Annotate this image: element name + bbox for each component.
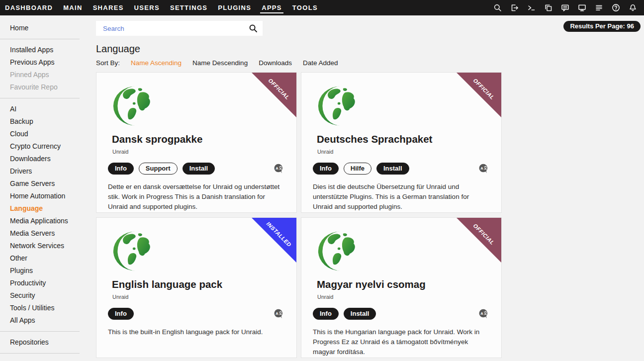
info-button[interactable]: Info bbox=[108, 308, 134, 320]
globe-app-icon[interactable] bbox=[317, 85, 364, 127]
app-actions: Info A bbox=[108, 308, 284, 320]
sidebar-item-security[interactable]: Security bbox=[0, 289, 92, 302]
open-windows-icon[interactable] bbox=[544, 3, 552, 12]
sidebar-item-installed-apps[interactable]: Installed Apps bbox=[0, 44, 92, 56]
sidebar-item-favourite-repo: Favourite Repo bbox=[0, 81, 92, 93]
notifications-bell-icon[interactable] bbox=[629, 3, 637, 12]
nav-users[interactable]: USERS bbox=[134, 1, 160, 15]
sort-bar: Sort By: Name Ascending Name Descending … bbox=[96, 59, 644, 67]
main-panel: Results Per Page: 96 Language Sort By: N… bbox=[92, 15, 644, 361]
page-title: Language bbox=[96, 43, 644, 55]
official-ribbon: OFFICIAL bbox=[252, 73, 296, 117]
sidebar-item-plugins[interactable]: Plugins bbox=[0, 265, 92, 277]
info-button[interactable]: Info bbox=[313, 163, 339, 175]
install-button[interactable]: Install bbox=[183, 163, 215, 175]
sidebar-item-repositories[interactable]: Repositories bbox=[0, 336, 92, 349]
sidebar-item-language[interactable]: Language bbox=[0, 202, 92, 215]
app-card-deutsch: OFFICIAL Deutsches Sprachpaket Unraid bbox=[301, 72, 502, 213]
svg-text:A: A bbox=[480, 311, 483, 315]
sidebar-item-game-servers[interactable]: Game Servers bbox=[0, 178, 92, 190]
app-title[interactable]: English language pack bbox=[112, 278, 284, 290]
app-repo[interactable]: Unraid bbox=[317, 294, 489, 300]
app-repo[interactable]: Unraid bbox=[112, 149, 284, 155]
sidebar-item-downloaders[interactable]: Downloaders bbox=[0, 153, 92, 165]
translate-icon[interactable]: A bbox=[273, 308, 284, 320]
results-per-page-badge[interactable]: Results Per Page: 96 bbox=[563, 21, 641, 32]
globe-app-icon[interactable] bbox=[112, 85, 159, 127]
translate-icon[interactable]: A bbox=[478, 308, 489, 320]
app-title[interactable]: Deutsches Sprachpaket bbox=[317, 133, 489, 145]
sidebar-item-network-services[interactable]: Network Services bbox=[0, 240, 92, 252]
info-button[interactable]: Info bbox=[313, 308, 339, 320]
sidebar-divider bbox=[0, 39, 80, 39]
sidebar-item-drivers[interactable]: Drivers bbox=[0, 165, 92, 178]
sidebar-item-media-applications[interactable]: Media Applications bbox=[0, 215, 92, 227]
app-repo[interactable]: Unraid bbox=[112, 294, 284, 300]
svg-text:A: A bbox=[276, 311, 278, 315]
globe-app-icon[interactable] bbox=[112, 230, 159, 272]
ribbon-label: INSTALLED bbox=[258, 218, 296, 256]
support-button[interactable]: Hilfe bbox=[344, 163, 371, 175]
translate-icon[interactable]: A bbox=[273, 163, 284, 175]
sidebar: Home Installed Apps Previous Apps Pinned… bbox=[0, 15, 92, 361]
app-description: This is the built-in English language pa… bbox=[108, 327, 284, 337]
sidebar-item-backup[interactable]: Backup bbox=[0, 115, 92, 128]
app-description: Dies ist die deutsche Übersetzung für Un… bbox=[313, 182, 489, 212]
nav-dashboard[interactable]: DASHBOARD bbox=[4, 1, 53, 15]
sidebar-item-all-apps[interactable]: All Apps bbox=[0, 314, 92, 327]
nav-main[interactable]: MAIN bbox=[63, 1, 83, 15]
top-nav-menu: DASHBOARD MAIN SHARES USERS SETTINGS PLU… bbox=[4, 1, 318, 15]
feedback-icon[interactable] bbox=[561, 3, 569, 12]
nav-tools[interactable]: TOOLS bbox=[292, 1, 318, 15]
globe-app-icon[interactable] bbox=[317, 230, 364, 272]
terminal-icon[interactable] bbox=[527, 3, 536, 12]
sidebar-item-media-servers[interactable]: Media Servers bbox=[0, 227, 92, 240]
remote-monitor-icon[interactable] bbox=[578, 3, 586, 12]
sidebar-item-ai[interactable]: AI bbox=[0, 103, 92, 115]
ribbon-label: OFFICIAL bbox=[258, 73, 296, 110]
official-ribbon: OFFICIAL bbox=[457, 218, 501, 263]
app-title[interactable]: Magyar nyelvi csomag bbox=[317, 278, 489, 290]
sidebar-divider bbox=[0, 98, 80, 98]
nav-plugins[interactable]: PLUGINS bbox=[217, 1, 252, 15]
search-icon[interactable] bbox=[493, 3, 502, 12]
sidebar-item-home-automation[interactable]: Home Automation bbox=[0, 190, 92, 202]
ribbon-label: OFFICIAL bbox=[462, 73, 501, 110]
install-button[interactable]: Install bbox=[344, 308, 376, 320]
nav-shares[interactable]: SHARES bbox=[92, 1, 124, 15]
sort-name-descending[interactable]: Name Descending bbox=[192, 59, 248, 67]
sidebar-item-home[interactable]: Home bbox=[0, 22, 92, 34]
svg-text:A: A bbox=[276, 166, 278, 170]
installed-ribbon: INSTALLED bbox=[252, 218, 296, 263]
sidebar-item-previous-apps[interactable]: Previous Apps bbox=[0, 56, 92, 69]
sort-name-ascending[interactable]: Name Ascending bbox=[131, 59, 182, 67]
support-button[interactable]: Support bbox=[139, 163, 178, 175]
top-nav: DASHBOARD MAIN SHARES USERS SETTINGS PLU… bbox=[0, 0, 644, 15]
install-button[interactable]: Install bbox=[376, 163, 409, 175]
search-submit-icon[interactable] bbox=[249, 24, 258, 33]
nav-settings[interactable]: SETTINGS bbox=[170, 1, 208, 15]
sidebar-item-other[interactable]: Other bbox=[0, 252, 92, 265]
sidebar-item-productivity[interactable]: Productivity bbox=[0, 277, 92, 289]
app-card-grid: OFFICIAL Dansk sprogpakke Unr bbox=[96, 72, 644, 358]
app-repo[interactable]: Unraid bbox=[317, 149, 489, 155]
sidebar-item-tools-utilities[interactable]: Tools / Utilities bbox=[0, 302, 92, 314]
sidebar-item-crypto-currency[interactable]: Crypto Currency bbox=[0, 140, 92, 153]
log-icon[interactable] bbox=[595, 3, 603, 12]
app-actions: Info Support Install A bbox=[108, 163, 284, 175]
logout-icon[interactable] bbox=[510, 3, 519, 12]
sort-date-added[interactable]: Date Added bbox=[303, 59, 338, 67]
svg-text:A: A bbox=[480, 166, 483, 170]
app-title[interactable]: Dansk sprogpakke bbox=[112, 133, 284, 145]
search-input[interactable] bbox=[96, 21, 263, 36]
nav-apps[interactable]: APPS bbox=[261, 1, 282, 15]
search-bar bbox=[96, 21, 263, 36]
app-actions: Info Hilfe Install A bbox=[313, 163, 489, 175]
sort-downloads[interactable]: Downloads bbox=[259, 59, 292, 67]
translate-icon[interactable]: A bbox=[478, 163, 489, 175]
sidebar-item-cloud[interactable]: Cloud bbox=[0, 128, 92, 140]
help-icon[interactable] bbox=[612, 3, 620, 12]
info-button[interactable]: Info bbox=[108, 163, 134, 175]
sidebar-item-settings[interactable]: Settings bbox=[0, 358, 92, 361]
sort-by-label: Sort By: bbox=[96, 59, 120, 67]
